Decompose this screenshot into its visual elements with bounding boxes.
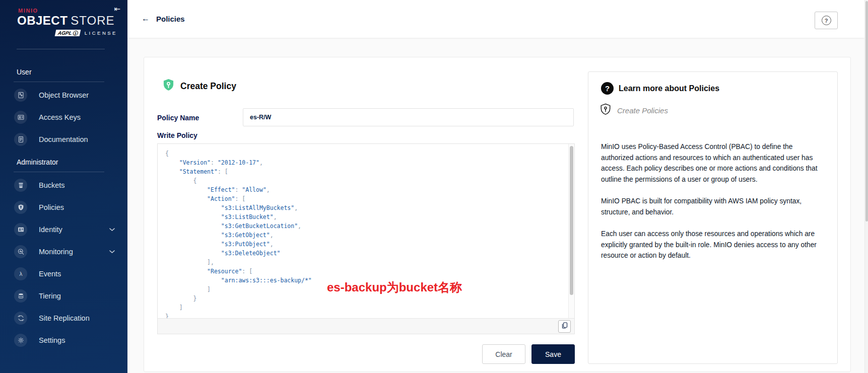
sidebar-item-identity[interactable]: Identity bbox=[14, 223, 127, 236]
learn-paragraph: MinIO uses Policy-Based Access Control (… bbox=[601, 141, 825, 185]
editor-scrollbar[interactable] bbox=[568, 144, 574, 318]
agpl-badge: AGPL 3 bbox=[55, 30, 81, 36]
learn-paragraph: MinIO PBAC is built for compatibility wi… bbox=[601, 196, 825, 217]
monitoring-icon bbox=[14, 245, 27, 258]
identity-icon bbox=[14, 223, 27, 236]
sidebar-item-settings[interactable]: Settings bbox=[14, 334, 127, 347]
policy-name-label: Policy Name bbox=[157, 114, 199, 122]
settings-icon bbox=[14, 334, 27, 347]
site-replication-icon bbox=[14, 312, 27, 325]
events-icon: λ bbox=[14, 267, 27, 280]
back-to-policies[interactable]: ← Policies bbox=[142, 14, 185, 23]
license-label: LICENSE bbox=[85, 30, 117, 36]
code-line: "Version": "2012-10-17", bbox=[165, 159, 562, 168]
sidebar-menu: UserObject BrowserAccess KeysDocumentati… bbox=[0, 49, 127, 347]
sidebar-section-label-user: User bbox=[17, 68, 127, 77]
license-row: AGPL 3 LICENSE bbox=[55, 30, 117, 36]
page-title: Policies bbox=[156, 15, 185, 23]
editor-footer bbox=[158, 318, 574, 334]
sidebar-section-divider bbox=[14, 172, 104, 172]
learn-paragraphs: MinIO uses Policy-Based Access Control (… bbox=[601, 141, 825, 272]
sidebar-item-object-browser[interactable]: Object Browser bbox=[14, 89, 127, 102]
code-line: ], bbox=[165, 259, 562, 268]
sidebar-item-tiering[interactable]: Tiering bbox=[14, 289, 127, 303]
minio-brand-text: MINIO bbox=[18, 8, 38, 14]
help-button[interactable]: ? bbox=[815, 12, 838, 29]
app-logo: MINIO OBJECTSTORE AGPL 3 LICENSE bbox=[0, 0, 127, 49]
learn-more-title: Learn more about Policies bbox=[619, 84, 719, 93]
access-keys-icon bbox=[14, 111, 27, 124]
code-line: "s3:GetBucketLocation", bbox=[165, 222, 562, 232]
create-policy-title: Create Policy bbox=[180, 81, 236, 92]
sidebar-item-label: Identity bbox=[39, 226, 62, 234]
copy-policy-button[interactable] bbox=[558, 320, 571, 333]
logo-store-word: STORE bbox=[71, 14, 114, 27]
policies-icon bbox=[14, 201, 27, 214]
code-line: "s3:PutObject", bbox=[165, 241, 562, 250]
code-line: { bbox=[165, 150, 562, 159]
top-bar: ← Policies ? bbox=[127, 0, 864, 38]
sidebar-item-label: Buckets bbox=[39, 181, 65, 189]
code-line: "s3:ListBucket", bbox=[165, 213, 562, 222]
svg-text:λ: λ bbox=[19, 271, 23, 277]
code-line: "Effect": "Allow", bbox=[165, 186, 562, 195]
sidebar: ⇤ MINIO OBJECTSTORE AGPL 3 LICENSE UserO… bbox=[0, 0, 127, 373]
code-line: "s3:ListAllMyBuckets", bbox=[165, 204, 562, 213]
buckets-icon bbox=[14, 179, 27, 192]
page-scrollbar-thumb[interactable] bbox=[865, 1, 868, 221]
sidebar-item-label: Site Replication bbox=[39, 314, 90, 322]
code-line: "s3:GetObject", bbox=[165, 232, 562, 241]
code-line: "Statement": [ bbox=[165, 168, 562, 177]
sidebar-item-label: Object Browser bbox=[39, 91, 89, 99]
sidebar-item-label: Events bbox=[39, 270, 61, 278]
policy-name-input[interactable] bbox=[243, 108, 574, 126]
sidebar-item-label: Documentation bbox=[39, 135, 88, 143]
code-line: } bbox=[165, 295, 562, 304]
back-arrow-icon: ← bbox=[142, 14, 150, 23]
learn-more-panel: ? Learn more about Policies Create Polic… bbox=[588, 71, 838, 364]
learn-paragraph: Each user can access only those resource… bbox=[601, 229, 825, 261]
bucket-name-annotation: es-backup为bucket名称 bbox=[327, 279, 462, 295]
create-policies-shield-icon bbox=[600, 103, 611, 118]
sidebar-section-divider bbox=[14, 82, 104, 82]
object-browser-icon bbox=[14, 89, 27, 102]
sidebar-item-documentation[interactable]: Documentation bbox=[14, 133, 127, 146]
sidebar-item-monitoring[interactable]: Monitoring bbox=[14, 245, 127, 258]
policy-shield-icon bbox=[163, 79, 174, 94]
tiering-icon bbox=[14, 289, 27, 303]
sidebar-item-label: Policies bbox=[39, 203, 64, 211]
clear-button[interactable]: Clear bbox=[482, 344, 525, 364]
code-line: ] bbox=[165, 304, 562, 313]
sidebar-section-label-administrator: Administrator bbox=[17, 158, 127, 167]
save-button[interactable]: Save bbox=[531, 344, 575, 364]
sidebar-item-label: Tiering bbox=[39, 292, 61, 300]
sidebar-item-label: Settings bbox=[39, 336, 65, 344]
code-line: "Action": [ bbox=[165, 195, 562, 204]
sidebar-item-label: Monitoring bbox=[39, 248, 73, 256]
help-icon: ? bbox=[822, 16, 831, 25]
sidebar-item-events[interactable]: λEvents bbox=[14, 267, 127, 280]
agpl-v3-mark: 3 bbox=[73, 31, 79, 36]
code-line: "s3:DeleteObject" bbox=[165, 250, 562, 259]
code-line: { bbox=[165, 177, 562, 186]
chevron-down-icon bbox=[109, 250, 115, 254]
object-store-title: OBJECTSTORE bbox=[17, 14, 115, 28]
page-scrollbar[interactable] bbox=[864, 0, 868, 373]
policy-json-editor[interactable]: { "Version": "2012-10-17", "Statement": … bbox=[157, 143, 575, 334]
code-line: } bbox=[165, 313, 562, 318]
question-circle-icon: ? bbox=[601, 82, 614, 95]
create-policies-subtitle: Create Policies bbox=[617, 106, 668, 115]
logo-divider bbox=[17, 49, 105, 49]
sidebar-item-buckets[interactable]: Buckets bbox=[14, 179, 127, 192]
sidebar-item-access-keys[interactable]: Access Keys bbox=[14, 111, 127, 124]
code-line: "Resource": [ bbox=[165, 268, 562, 277]
sidebar-item-label: Access Keys bbox=[39, 113, 81, 121]
sidebar-item-policies[interactable]: Policies bbox=[14, 201, 127, 214]
logo-object-word: OBJECT bbox=[17, 14, 68, 27]
create-policy-card: Create Policy Policy Name Write Policy {… bbox=[144, 57, 851, 372]
sidebar-item-site-replication[interactable]: Site Replication bbox=[14, 312, 127, 325]
editor-scrollbar-thumb[interactable] bbox=[570, 146, 573, 295]
copy-icon bbox=[561, 322, 568, 331]
documentation-icon bbox=[14, 133, 27, 146]
write-policy-label: Write Policy bbox=[157, 131, 197, 139]
